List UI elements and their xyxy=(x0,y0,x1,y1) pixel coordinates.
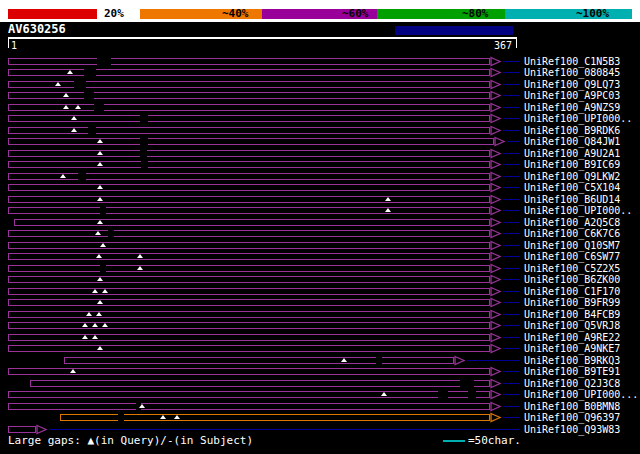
hit-label[interactable]: UniRef100_UPI000... xyxy=(524,389,638,400)
hit-row: UniRef100_Q84JW1 xyxy=(0,136,640,147)
hit-label[interactable]: UniRef100_Q96397 xyxy=(524,412,620,423)
hit-bar[interactable] xyxy=(8,299,490,306)
query-gap-triangle-icon xyxy=(71,128,77,132)
arrowhead-icon xyxy=(490,389,502,400)
hit-bar[interactable] xyxy=(8,161,490,168)
hit-label[interactable]: UniRef100_A9PC03 xyxy=(524,90,620,101)
hit-label[interactable]: UniRef100_C1N5B3 xyxy=(524,56,620,67)
hit-bar[interactable] xyxy=(8,207,490,214)
hit-row: UniRef100_A9U2A1 xyxy=(0,148,640,159)
scale-label: ~60% xyxy=(342,8,369,20)
hit-row: UniRef100_Q93W83 xyxy=(0,424,640,435)
hit-bar[interactable] xyxy=(8,265,490,272)
connector-line xyxy=(503,314,520,315)
hit-row: UniRef100_C6K7C6 xyxy=(0,228,640,239)
arrowhead-icon xyxy=(490,56,502,67)
hit-bar[interactable] xyxy=(8,253,490,260)
hit-label[interactable]: UniRef100_C6SW77 xyxy=(524,251,620,262)
hit-label[interactable]: UniRef100_UPI000.. xyxy=(524,113,632,124)
query-gap-triangle-icon xyxy=(100,243,106,247)
hit-bar[interactable] xyxy=(8,403,490,410)
hit-bar[interactable] xyxy=(8,150,490,157)
connector-line xyxy=(503,153,520,154)
hit-label[interactable]: UniRef100_080845 xyxy=(524,67,620,78)
arrowhead-icon xyxy=(490,171,502,182)
query-gap-triangle-icon xyxy=(97,277,103,281)
hit-bar[interactable] xyxy=(8,58,490,65)
arrowhead-icon xyxy=(490,79,502,90)
arrowhead-icon xyxy=(490,378,502,389)
hit-label[interactable]: UniRef100_Q5VRJ8 xyxy=(524,320,620,331)
hit-label[interactable]: UniRef100_B0BMN8 xyxy=(524,401,620,412)
connector-line xyxy=(503,164,520,165)
hit-label[interactable]: UniRef100_B9RDK6 xyxy=(524,125,620,136)
query-gap-triangle-icon xyxy=(82,323,88,327)
hit-bar[interactable] xyxy=(8,69,490,76)
hit-label[interactable]: UniRef100_A9NZS9 xyxy=(524,102,620,113)
hit-bar[interactable] xyxy=(8,334,490,341)
hit-row: UniRef100_Q9LQ73 xyxy=(0,79,640,90)
hit-label[interactable]: UniRef100_A9NKE7 xyxy=(524,343,620,354)
hit-label[interactable]: UniRef100_Q2J3C8 xyxy=(524,378,620,389)
hit-bar[interactable] xyxy=(8,368,490,375)
connector-line xyxy=(503,222,520,223)
hit-label[interactable]: UniRef100_A9U2A1 xyxy=(524,148,620,159)
hit-label[interactable]: UniRef100_C5Z2X5 xyxy=(524,263,620,274)
connector-line xyxy=(503,291,520,292)
subject-gap xyxy=(78,173,86,180)
hit-row: UniRef100_Q96397 xyxy=(0,412,640,423)
hit-bar[interactable] xyxy=(8,426,36,433)
hit-label[interactable]: UniRef100_Q9LQ73 xyxy=(524,79,620,90)
hit-label[interactable]: UniRef100_C5X104 xyxy=(524,182,620,193)
hit-bar[interactable] xyxy=(8,115,490,122)
hit-label[interactable]: UniRef100_Q84JW1 xyxy=(524,136,620,147)
hit-bar[interactable] xyxy=(8,288,490,295)
hit-row: UniRef100_A9PC03 xyxy=(0,90,640,101)
hit-label[interactable]: UniRef100_Q93W83 xyxy=(524,424,620,435)
hit-bar[interactable] xyxy=(8,311,490,318)
hit-label[interactable]: UniRef100_B6UD14 xyxy=(524,194,620,205)
hit-label[interactable]: UniRef100_C1F170 xyxy=(524,286,620,297)
legend-large-gaps: Large gaps: ▲(in Query)/-(in Subject) xyxy=(8,435,253,447)
scale-label: ~100% xyxy=(576,8,609,20)
query-gap-triangle-icon xyxy=(341,358,347,362)
arrowhead-icon xyxy=(490,320,502,331)
hit-row: UniRef100_A9NZS9 xyxy=(0,102,640,113)
hit-bar[interactable] xyxy=(8,230,490,237)
hit-label[interactable]: UniRef100_A9RE22 xyxy=(524,332,620,343)
identity-scale-bar: 20%~40%~60%~80%~100% xyxy=(0,0,640,22)
hit-label[interactable]: UniRef100_B9IC69 xyxy=(524,159,620,170)
hit-bar[interactable] xyxy=(8,184,490,191)
hit-label[interactable]: UniRef100_B9RKQ3 xyxy=(524,355,620,366)
hit-bar[interactable] xyxy=(8,322,490,329)
hit-bar[interactable] xyxy=(8,391,490,398)
hit-label[interactable]: UniRef100_B6ZK00 xyxy=(524,274,620,285)
hit-row: UniRef100_B9RDK6 xyxy=(0,125,640,136)
hit-bar[interactable] xyxy=(60,414,490,421)
query-gap-triangle-icon xyxy=(92,335,98,339)
hit-bar[interactable] xyxy=(8,127,490,134)
blast-graphic-overview: 20%~40%~60%~80%~100% AV630256 1 367 UniR… xyxy=(0,0,640,454)
hit-label[interactable]: UniRef100_B4FCB9 xyxy=(524,309,620,320)
hit-label[interactable]: UniRef100_B9TE91 xyxy=(524,366,620,377)
hit-label[interactable]: UniRef100_Q9LKW2 xyxy=(524,171,620,182)
hit-bar[interactable] xyxy=(30,380,490,387)
hit-row: UniRef100_B4FCB9 xyxy=(0,309,640,320)
hit-bar[interactable] xyxy=(14,219,490,226)
connector-line xyxy=(503,72,520,73)
connector-line xyxy=(503,268,520,269)
hit-bar[interactable] xyxy=(8,276,490,283)
hit-bar[interactable] xyxy=(64,357,454,364)
subject-gap xyxy=(118,414,124,421)
hit-label[interactable]: UniRef100_A2Q5C8 xyxy=(524,217,620,228)
hit-label[interactable]: UniRef100_Q10SM7 xyxy=(524,240,620,251)
hit-bar[interactable] xyxy=(8,345,490,352)
hit-label[interactable]: UniRef100_C6K7C6 xyxy=(524,228,620,239)
hit-bar[interactable] xyxy=(8,242,490,249)
connector-line xyxy=(503,233,520,234)
hit-bar[interactable] xyxy=(8,196,490,203)
hit-bar[interactable] xyxy=(8,138,494,145)
hit-bar[interactable] xyxy=(8,92,490,99)
hit-label[interactable]: UniRef100_B9FR99 xyxy=(524,297,620,308)
hit-label[interactable]: UniRef100_UPI000.. xyxy=(524,205,632,216)
